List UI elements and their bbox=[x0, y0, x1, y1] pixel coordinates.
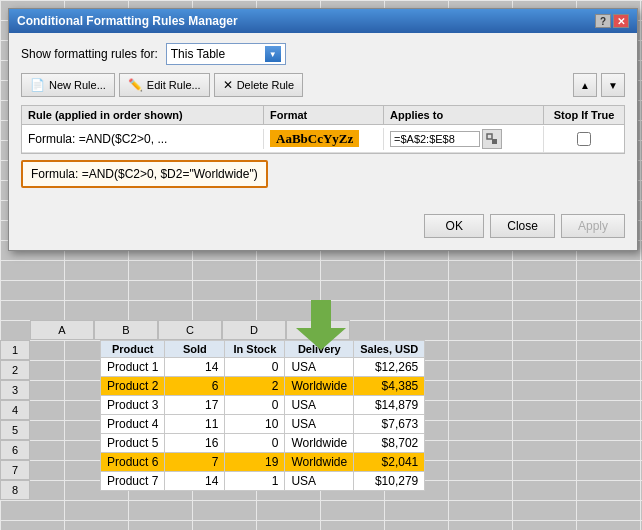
move-down-button[interactable]: ▼ bbox=[601, 73, 625, 97]
ok-button[interactable]: OK bbox=[424, 214, 484, 238]
move-up-button[interactable]: ▲ bbox=[573, 73, 597, 97]
table-row: Product 6719Worldwide$2,041 bbox=[101, 453, 425, 472]
table-cell: 19 bbox=[225, 453, 285, 472]
dialog-titlebar: Conditional Formatting Rules Manager ? ✕ bbox=[9, 9, 637, 33]
table-cell: $8,702 bbox=[354, 434, 425, 453]
applies-to-field bbox=[390, 129, 537, 149]
dialog-close-button[interactable]: ✕ bbox=[613, 14, 629, 28]
table-cell: Product 6 bbox=[101, 453, 165, 472]
row-header-5: 5 bbox=[0, 420, 30, 440]
title-buttons: ? ✕ bbox=[595, 14, 629, 28]
dropdown-arrow-icon: ▼ bbox=[265, 46, 281, 62]
rules-table-body: Formula: =AND($C2>0, ... AaBbCcYyZz bbox=[21, 124, 625, 154]
table-cell: USA bbox=[285, 396, 354, 415]
table-cell: Product 1 bbox=[101, 358, 165, 377]
rule-row-1: Formula: =AND($C2>0, ... AaBbCcYyZz bbox=[22, 125, 624, 153]
svg-rect-1 bbox=[487, 134, 492, 139]
table-cell: 7 bbox=[165, 453, 225, 472]
table-cell: USA bbox=[285, 472, 354, 491]
new-rule-icon: 📄 bbox=[30, 78, 45, 92]
col-header-B: B bbox=[94, 320, 158, 340]
row-header-7: 7 bbox=[0, 460, 30, 480]
table-cell: Product 4 bbox=[101, 415, 165, 434]
col-product: Product bbox=[101, 341, 165, 358]
formula-tooltip: Formula: =AND($C2>0, $D2="Worldwide") bbox=[21, 160, 268, 188]
delete-rule-button[interactable]: ✕ Delete Rule bbox=[214, 73, 303, 97]
table-row: Product 3170USA$14,879 bbox=[101, 396, 425, 415]
range-select-button[interactable] bbox=[482, 129, 502, 149]
col-sales: Sales, USD bbox=[354, 341, 425, 358]
table-row: Product 1140USA$12,265 bbox=[101, 358, 425, 377]
table-cell: USA bbox=[285, 358, 354, 377]
rules-table-header: Rule (applied in order shown) Format App… bbox=[21, 105, 625, 124]
dialog-title: Conditional Formatting Rules Manager bbox=[17, 14, 238, 28]
table-cell: 0 bbox=[225, 434, 285, 453]
applies-to-input[interactable] bbox=[390, 131, 480, 147]
table-cell: 11 bbox=[165, 415, 225, 434]
table-cell: 0 bbox=[225, 358, 285, 377]
row-header-2: 2 bbox=[0, 360, 30, 380]
table-header-row: Product Sold In Stock Delivery Sales, US… bbox=[101, 341, 425, 358]
stop-if-true-checkbox[interactable] bbox=[577, 132, 591, 146]
conditional-formatting-dialog: Conditional Formatting Rules Manager ? ✕… bbox=[8, 8, 638, 251]
help-button[interactable]: ? bbox=[595, 14, 611, 28]
header-stop-if-true: Stop If True bbox=[544, 106, 624, 124]
delete-rule-icon: ✕ bbox=[223, 78, 233, 92]
col-instock: In Stock bbox=[225, 341, 285, 358]
svg-marker-0 bbox=[296, 300, 346, 350]
edit-rule-label: Edit Rule... bbox=[147, 79, 201, 91]
table-row: Product 262Worldwide$4,385 bbox=[101, 377, 425, 396]
table-cell: 14 bbox=[165, 472, 225, 491]
dropdown-value: This Table bbox=[171, 47, 225, 61]
table-cell: USA bbox=[285, 415, 354, 434]
delete-rule-label: Delete Rule bbox=[237, 79, 294, 91]
close-button[interactable]: Close bbox=[490, 214, 555, 238]
table-cell: 17 bbox=[165, 396, 225, 415]
table-cell: 6 bbox=[165, 377, 225, 396]
row-header-6: 6 bbox=[0, 440, 30, 460]
table-cell: Product 3 bbox=[101, 396, 165, 415]
rule-formula-cell: Formula: =AND($C2>0, ... bbox=[22, 129, 264, 149]
show-rules-dropdown[interactable]: This Table ▼ bbox=[166, 43, 286, 65]
table-cell: $2,041 bbox=[354, 453, 425, 472]
format-preview: AaBbCcYyZz bbox=[270, 130, 359, 147]
row-header-3: 3 bbox=[0, 380, 30, 400]
spreadsheet-area: Product Sold In Stock Delivery Sales, US… bbox=[100, 340, 632, 530]
col-header-A: A bbox=[30, 320, 94, 340]
apply-button[interactable]: Apply bbox=[561, 214, 625, 238]
header-rule: Rule (applied in order shown) bbox=[22, 106, 264, 124]
table-cell: $10,279 bbox=[354, 472, 425, 491]
table-cell: $12,265 bbox=[354, 358, 425, 377]
data-table: Product Sold In Stock Delivery Sales, US… bbox=[100, 340, 425, 491]
table-cell: Worldwide bbox=[285, 434, 354, 453]
table-row: Product 41110USA$7,673 bbox=[101, 415, 425, 434]
table-cell: Product 5 bbox=[101, 434, 165, 453]
down-arrow bbox=[296, 300, 346, 353]
show-rules-for-row: Show formatting rules for: This Table ▼ bbox=[21, 43, 625, 65]
dialog-body: Show formatting rules for: This Table ▼ … bbox=[9, 33, 637, 204]
header-format: Format bbox=[264, 106, 384, 124]
row-headers: 1 2 3 4 5 6 7 8 bbox=[0, 340, 30, 530]
col-header-D: D bbox=[222, 320, 286, 340]
table-cell: Worldwide bbox=[285, 377, 354, 396]
row-header-1: 1 bbox=[0, 340, 30, 360]
row-header-8: 8 bbox=[0, 480, 30, 500]
row-header-4: 4 bbox=[0, 400, 30, 420]
table-cell: 1 bbox=[225, 472, 285, 491]
table-cell: 16 bbox=[165, 434, 225, 453]
edit-rule-button[interactable]: ✏️ Edit Rule... bbox=[119, 73, 210, 97]
table-row: Product 5160Worldwide$8,702 bbox=[101, 434, 425, 453]
table-cell: Worldwide bbox=[285, 453, 354, 472]
header-applies-to: Applies to bbox=[384, 106, 544, 124]
table-cell: 2 bbox=[225, 377, 285, 396]
rule-format-cell: AaBbCcYyZz bbox=[264, 128, 384, 150]
new-rule-label: New Rule... bbox=[49, 79, 106, 91]
table-cell: Product 7 bbox=[101, 472, 165, 491]
table-row: Product 7141USA$10,279 bbox=[101, 472, 425, 491]
new-rule-button[interactable]: 📄 New Rule... bbox=[21, 73, 115, 97]
edit-rule-icon: ✏️ bbox=[128, 78, 143, 92]
rule-applies-to-cell bbox=[384, 126, 544, 152]
col-sold: Sold bbox=[165, 341, 225, 358]
table-cell: Product 2 bbox=[101, 377, 165, 396]
dialog-footer: OK Close Apply bbox=[9, 204, 637, 250]
